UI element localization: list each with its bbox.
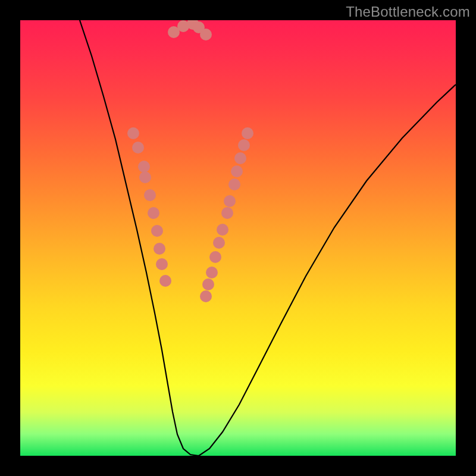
marker-dot — [139, 171, 151, 183]
marker-dot — [242, 127, 253, 139]
curve-layer — [20, 20, 456, 456]
watermark-text: TheBottleneck.com — [346, 4, 470, 20]
bottleneck-curve — [80, 20, 456, 456]
marker-dot — [132, 142, 144, 154]
marker-dot — [127, 127, 139, 139]
marker-dot — [228, 178, 240, 190]
marker-dot — [154, 243, 165, 255]
marker-dots — [127, 20, 253, 302]
marker-dot — [238, 139, 250, 151]
chart-container: TheBottleneck.com — [0, 0, 476, 476]
plot-area — [20, 20, 456, 456]
marker-dot — [224, 195, 236, 207]
marker-dot — [206, 267, 218, 278]
marker-dot — [213, 237, 225, 249]
marker-dot — [156, 258, 168, 270]
marker-dot — [200, 290, 212, 302]
marker-dot — [144, 189, 156, 201]
marker-dot — [234, 152, 246, 164]
marker-dot — [200, 29, 212, 40]
marker-dot — [151, 225, 163, 237]
marker-dot — [217, 224, 228, 236]
marker-dot — [231, 165, 243, 177]
marker-dot — [159, 275, 171, 287]
marker-dot — [148, 207, 159, 219]
marker-dot — [209, 251, 221, 263]
marker-dot — [138, 161, 150, 173]
marker-dot — [202, 278, 214, 290]
marker-dot — [221, 207, 233, 219]
